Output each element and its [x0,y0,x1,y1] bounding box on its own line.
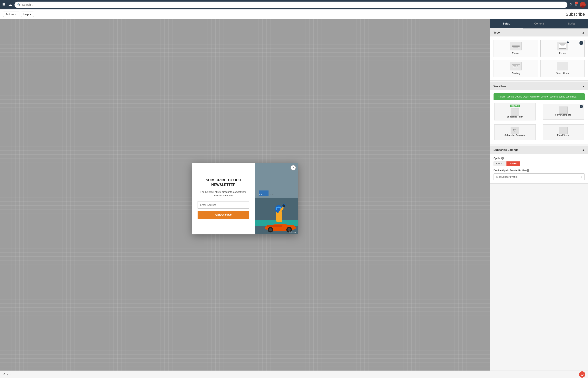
arrow-2: ‹ [537,130,542,134]
tab-content[interactable]: Content [523,19,555,28]
subscribe-form-icon [511,108,519,116]
popup-right-panel: ETI HAD © kimoo [255,163,298,234]
page-title: Subscribe [566,12,585,17]
settings-section-header[interactable]: Subscribe Settings ▲ [490,146,588,154]
type-section: Type ▲ Embed [490,28,588,81]
workflow-section-title: Workflow [494,85,506,88]
watermark: © kimoo [289,231,296,233]
type-grid: Embed ✓ Popup [494,40,585,77]
popup-icon [557,42,568,50]
svg-point-9 [269,228,272,231]
form-complete-label: Form Complete [555,114,571,116]
email-verify-icon [559,127,568,134]
settings-section-title: Subscribe Settings [494,148,518,151]
back-icon[interactable]: ‹ [7,373,8,376]
close-icon: × [293,166,294,169]
standalone-label: Stand Alone [556,72,569,75]
type-card-standalone[interactable]: Stand Alone [540,60,585,77]
toolbar: Actions ▼ Help ▼ Subscribe [0,9,588,19]
type-section-title: Type [494,31,500,34]
popup-title: SUBSCRIBE TO OUR NEWSLETTER [198,178,249,187]
f1-driver-image: ETI HAD [255,163,298,234]
help-icon[interactable]: ? [570,3,572,7]
svg-text:ETI: ETI [259,193,262,195]
email-input[interactable] [198,201,249,209]
svg-point-11 [288,228,291,231]
popup-body: For the latest offers, discounts, compet… [198,190,249,197]
actions-button[interactable]: Actions ▼ [3,12,19,17]
actions-chevron-icon: ▼ [15,13,17,15]
type-card-popup[interactable]: ✓ Popup [540,40,585,57]
optin-toggle-group: SINGLE DOUBLE [494,161,520,166]
workflow-section-content: This form uses a 'Double Opt-in' workflo… [490,90,588,144]
type-section-header[interactable]: Type ▲ [490,29,588,37]
workflow-card-email-verify[interactable]: Email Verify [543,124,584,140]
help-chevron-icon: ▼ [29,13,31,15]
popup-preview: × SUBSCRIBE TO OUR NEWSLETTER For the la… [192,163,298,234]
bottom-left: ↺ ‹ › [3,373,11,376]
svg-text:HAD: HAD [270,193,274,195]
search-icon: 🔍 [17,3,21,6]
forward-icon[interactable]: › [10,373,11,376]
type-collapse-icon: ▲ [582,31,585,34]
svg-point-18 [282,204,285,207]
optin-info-icon[interactable]: ? [501,157,504,160]
type-section-content: Embed ✓ Popup [490,37,588,81]
workflow-card-subscribe-complete[interactable]: 🛡 Subscribe Complete [494,124,536,140]
standalone-icon [557,62,568,70]
top-navigation: ☰ ☁ 🔍 ? ✉ 27 [0,0,588,9]
viewing-badge: VIEWING [510,105,520,107]
sender-profile-info-icon[interactable]: ? [526,169,529,172]
tab-setup[interactable]: Setup [490,19,523,28]
avatar[interactable] [580,2,586,8]
notifications-icon[interactable]: ✉ 27 [575,3,577,7]
embed-icon [510,42,522,50]
floating-label: Floating [511,72,520,75]
type-card-floating[interactable]: ⊙ Floating [494,60,538,77]
topnav-right: ? ✉ 27 [570,2,586,8]
subscribe-complete-label: Subscribe Complete [504,134,525,136]
subscribe-button[interactable]: SUBSCRIBE [198,211,249,219]
sender-profile-wrapper: [Set Sender Profile] [494,173,585,180]
optin-label: Opt-In ? [494,157,585,160]
double-toggle[interactable]: DOUBLE [506,162,520,166]
workflow-card-subscribe-form[interactable]: VIEWING Subscribe Form [494,103,536,121]
workflow-card-form-complete[interactable]: ✓ Form Complete [543,104,584,120]
workflow-section-header[interactable]: Workflow ▲ [490,82,588,90]
notification-badge: 27 [575,1,578,4]
canvas-area: × SUBSCRIBE TO OUR NEWSLETTER For the la… [0,19,490,378]
search-input[interactable] [22,3,565,6]
form-complete-icon [559,107,568,114]
sender-profile-select[interactable]: [Set Sender Profile] [494,173,585,180]
logo-icon: ☁ [8,2,12,7]
bottom-right: ⏻ [579,371,585,378]
tab-styles[interactable]: Styles [555,19,588,28]
popup-left-panel: SUBSCRIBE TO OUR NEWSLETTER For the late… [192,163,255,234]
svg-rect-19 [267,225,282,227]
popup-selected-check: ✓ [579,41,583,45]
workflow-collapse-icon: ▲ [582,85,585,88]
popup-close-button[interactable]: × [291,165,296,170]
popup-label: Popup [559,52,566,55]
single-toggle[interactable]: SINGLE [494,162,506,166]
hamburger-icon[interactable]: ☰ [2,2,5,7]
form-complete-check: ✓ [580,105,583,108]
help-button[interactable]: Help ▼ [21,12,34,17]
exit-button[interactable]: ⏻ [579,371,585,378]
type-card-embed[interactable]: Embed [494,40,538,57]
subscribe-complete-icon: 🛡 [511,127,519,134]
settings-section-content: Opt-In ? SINGLE DOUBLE Double Opt-In Sen… [490,154,588,183]
undo-icon[interactable]: ↺ [3,373,5,376]
subscribe-settings-section: Subscribe Settings ▲ Opt-In ? SINGLE DOU… [490,146,588,184]
settings-collapse-icon: ▲ [582,148,585,151]
search-bar: 🔍 [14,1,567,8]
sidebar-tabs: Setup Content Styles [490,19,588,28]
svg-point-0 [581,2,584,5]
svg-point-1 [580,5,585,8]
sidebar: Setup Content Styles Type ▲ [490,19,588,378]
subscribe-form-label: Subscribe Form [507,116,523,118]
email-verify-label: Email Verify [557,134,569,136]
floating-icon: ⊙ [510,62,522,70]
actions-label: Actions [6,13,14,16]
workflow-section: Workflow ▲ This form uses a 'Double Opt-… [490,82,588,144]
